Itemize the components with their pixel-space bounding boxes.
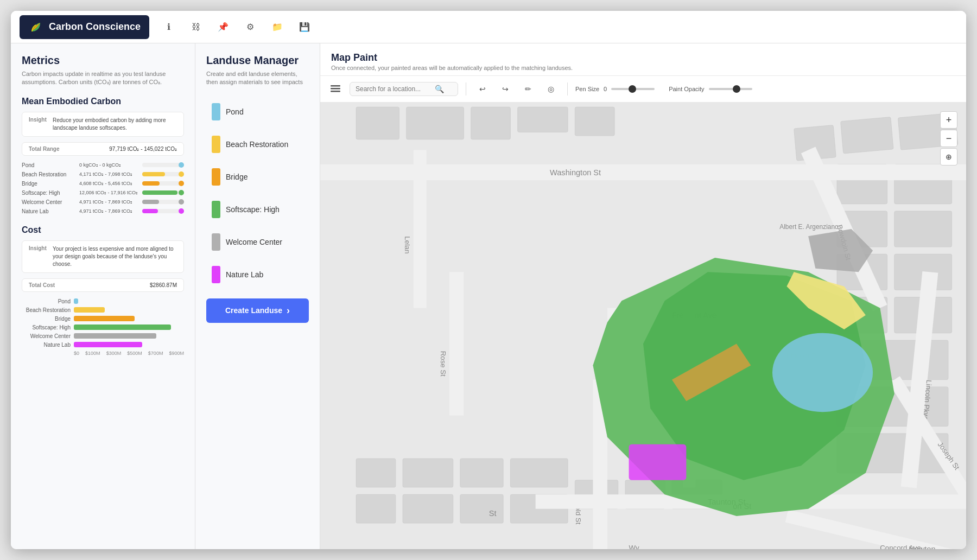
carbon-bar-container bbox=[142, 163, 184, 167]
landuse-title: Landuse Manager bbox=[206, 54, 309, 67]
carbon-item-name: Softscape: High bbox=[22, 190, 76, 196]
app-title: Carbon Conscience bbox=[49, 21, 141, 33]
landuse-color-block bbox=[212, 233, 220, 251]
svg-text:Albert E. Argenziano: Albert E. Argenziano bbox=[779, 223, 839, 231]
carbon-item: Softscape: High 12,006 tCO₂ - 17,916 tCO… bbox=[22, 190, 184, 196]
cost-insight-label: Insight bbox=[29, 245, 48, 251]
carbon-item: Pond 0 kgCO₂ - 0 kgCO₂ bbox=[22, 162, 184, 168]
layers-icon bbox=[331, 84, 340, 94]
header-icons: ℹ ⛓ 📌 ⚙ 📁 💾 bbox=[160, 18, 313, 36]
carbon-item-range: 4,608 tCO₂ - 5,456 tCO₂ bbox=[79, 181, 139, 186]
search-icon: 🔍 bbox=[435, 85, 444, 93]
total-range-label: Total Range bbox=[29, 146, 59, 152]
carbon-item-name: Beach Restoration bbox=[22, 171, 76, 177]
cost-item-name: Pond bbox=[22, 298, 71, 304]
landuse-items-container: Pond Beach Restoration Bridge Softscape:… bbox=[206, 97, 309, 290]
carbon-item-name: Pond bbox=[22, 162, 76, 168]
svg-text:St: St bbox=[489, 509, 497, 518]
cost-item: Softscape: High bbox=[22, 324, 184, 330]
carbon-bar bbox=[142, 190, 177, 195]
pin-button[interactable]: 📌 bbox=[214, 18, 232, 36]
create-btn-icon: › bbox=[287, 305, 290, 316]
total-cost-value: $2860.87M bbox=[150, 282, 177, 288]
landuse-color-block bbox=[212, 136, 220, 153]
svg-rect-53 bbox=[414, 150, 427, 308]
carbon-bar bbox=[142, 200, 159, 204]
carbon-bar-container bbox=[142, 190, 184, 195]
search-input[interactable] bbox=[356, 85, 432, 93]
cost-item: Pond bbox=[22, 298, 184, 304]
search-box[interactable]: 🔍 bbox=[350, 82, 458, 96]
target-button[interactable]: ◎ bbox=[542, 80, 560, 98]
landuse-item[interactable]: Nature Lab bbox=[206, 259, 309, 290]
svg-rect-21 bbox=[403, 459, 453, 487]
landuse-item[interactable]: Welcome Center bbox=[206, 227, 309, 257]
landuse-item[interactable]: Softscape: High bbox=[206, 194, 309, 225]
carbon-item-range: 12,006 tCO₂ - 17,916 tCO₂ bbox=[79, 190, 139, 195]
carbon-item-range: 4,971 tCO₂ - 7,869 tCO₂ bbox=[79, 208, 139, 214]
landuse-panel: Landuse Manager Create and edit landuse … bbox=[195, 43, 320, 549]
cost-item: Welcome Center bbox=[22, 333, 184, 339]
svg-rect-32 bbox=[841, 117, 893, 154]
create-landuse-button[interactable]: Create Landuse › bbox=[206, 298, 309, 323]
svg-text:Newton: Newton bbox=[909, 545, 935, 549]
landuse-item-name: Beach Restoration bbox=[226, 140, 288, 149]
paint-opacity-label: Paint Opacity bbox=[669, 86, 704, 92]
landuse-item-name: Pond bbox=[226, 107, 244, 116]
redo-button[interactable]: ↪ bbox=[497, 80, 514, 98]
save-button[interactable]: 💾 bbox=[296, 18, 313, 36]
pen-size-slider[interactable] bbox=[611, 88, 655, 90]
zoom-out-button[interactable]: − bbox=[940, 130, 957, 147]
carbon-bar bbox=[142, 209, 158, 213]
svg-rect-2 bbox=[331, 85, 340, 87]
app-window: Carbon Conscience ℹ ⛓ 📌 ⚙ 📁 💾 Metrics Ca… bbox=[11, 11, 966, 549]
landuse-item-name: Bridge bbox=[226, 173, 248, 181]
cost-bar-wrap bbox=[74, 298, 184, 304]
layers-button[interactable] bbox=[327, 80, 344, 98]
svg-rect-5 bbox=[407, 107, 464, 139]
carbon-insight-label: Insight bbox=[29, 117, 48, 123]
cost-bar-wrap bbox=[74, 342, 184, 347]
cost-insight-text: Your project is less expensive and more … bbox=[53, 245, 177, 268]
reset-view-button[interactable]: ⊕ bbox=[940, 148, 957, 166]
cost-item-name: Welcome Center bbox=[22, 333, 71, 339]
svg-rect-26 bbox=[460, 494, 503, 523]
carbon-items-container: Pond 0 kgCO₂ - 0 kgCO₂ Beach Restoration… bbox=[22, 162, 184, 214]
landuse-item[interactable]: Bridge bbox=[206, 162, 309, 192]
carbon-item: Nature Lab 4,971 tCO₂ - 7,869 tCO₂ bbox=[22, 208, 184, 214]
cost-title: Cost bbox=[22, 225, 184, 235]
landuse-item[interactable]: Beach Restoration bbox=[206, 129, 309, 160]
carbon-item-range: 4,171 tCO₂ - 7,098 tCO₂ bbox=[79, 171, 139, 177]
svg-rect-1 bbox=[331, 88, 340, 90]
cost-item: Beach Restoration bbox=[22, 307, 184, 313]
total-range-value: 97,719 tCO₂ - 145,022 tCO₂ bbox=[109, 146, 177, 152]
create-btn-label: Create Landuse bbox=[225, 306, 282, 315]
svg-rect-25 bbox=[403, 494, 453, 523]
settings-button[interactable]: ⚙ bbox=[242, 18, 259, 36]
carbon-item: Welcome Center 4,971 tCO₂ - 7,869 tCO₂ bbox=[22, 199, 184, 205]
svg-text:Rose St: Rose St bbox=[439, 351, 447, 377]
zoom-in-button[interactable]: + bbox=[940, 111, 957, 129]
svg-text:Washington St: Washington St bbox=[550, 168, 601, 177]
undo-button[interactable]: ↩ bbox=[474, 80, 491, 98]
embodied-carbon-title: Mean Embodied Carbon bbox=[22, 97, 184, 106]
landuse-item-name: Softscape: High bbox=[226, 205, 280, 214]
info-button[interactable]: ℹ bbox=[160, 18, 177, 36]
opacity-slider[interactable] bbox=[709, 88, 752, 90]
cost-chart: Pond Beach Restoration Bridge Softscape:… bbox=[22, 298, 184, 356]
paint-opacity-group: Paint Opacity bbox=[669, 86, 752, 92]
folder-button[interactable]: 📁 bbox=[269, 18, 286, 36]
svg-rect-4 bbox=[356, 107, 399, 139]
landuse-color-block bbox=[212, 168, 220, 186]
link-button[interactable]: ⛓ bbox=[187, 18, 205, 36]
cost-bar bbox=[74, 316, 135, 321]
edit-button[interactable]: ✏ bbox=[519, 80, 537, 98]
svg-rect-24 bbox=[356, 494, 396, 523]
metrics-title: Metrics bbox=[22, 54, 184, 67]
svg-rect-20 bbox=[356, 459, 396, 487]
landuse-color-block bbox=[212, 201, 220, 218]
cost-axis-label: $100M bbox=[85, 351, 100, 356]
carbon-bar-container bbox=[142, 181, 184, 186]
landuse-item[interactable]: Pond bbox=[206, 97, 309, 127]
carbon-dot bbox=[179, 162, 184, 168]
